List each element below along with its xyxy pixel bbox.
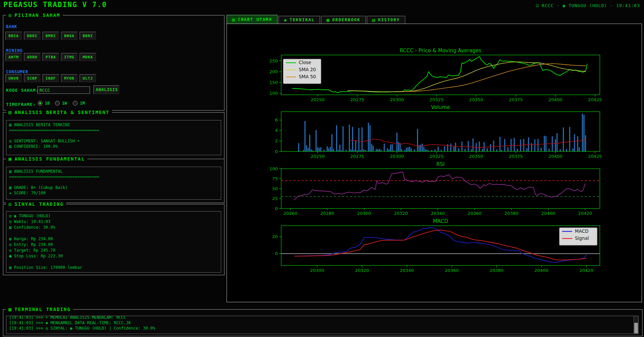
sinyal-textarea[interactable]: ◎ ◉ TUNGGU (HOLD) ◷ Waktu: 19:41:03 ▥ Co… xyxy=(6,211,221,273)
tab-chart-utama[interactable]: ▥CHART UTAMA xyxy=(227,15,277,24)
svg-text:20340: 20340 xyxy=(431,211,445,216)
chart-panel: RCCC - Price & Moving Averages1001502002… xyxy=(227,24,642,302)
timeframe-option-1m[interactable]: 1M xyxy=(73,101,85,106)
svg-text:20425: 20425 xyxy=(588,154,602,159)
panel-sinyal-trading: ◎ SINYAL TRADING ◎ ◉ TUNGGU (HOLD) ◷ Wak… xyxy=(3,204,225,275)
tab-icon: ▥ xyxy=(232,17,235,22)
tab-icon: ▣ xyxy=(326,17,329,23)
kode-saham-label: KODE SAHAM: xyxy=(6,88,39,93)
svg-text:20375: 20375 xyxy=(509,97,523,102)
book-icon: ▣ xyxy=(8,156,11,162)
panel-title-text: ANALISIS FUNDAMENTAL xyxy=(14,156,85,162)
radio-label: 1M xyxy=(80,101,85,106)
panel-analisis-fundamental: ▣ ANALISIS FUNDAMENTAL ▥ ANALISIS FUNDAM… xyxy=(3,159,225,203)
svg-text:20400: 20400 xyxy=(549,154,562,159)
svg-text:150: 150 xyxy=(269,80,278,85)
svg-text:0: 0 xyxy=(275,251,278,256)
svg-text:20425: 20425 xyxy=(588,97,602,102)
check-icon: ☑ xyxy=(536,2,539,8)
ticker-button-ptba[interactable]: PTBA xyxy=(42,53,59,61)
panel-analisis-berita: ▤ ANALISIS BERITA & SENTIMENT ▤ ANALISIS… xyxy=(3,112,225,159)
svg-text:20400: 20400 xyxy=(534,268,548,273)
svg-text:20400: 20400 xyxy=(541,211,555,216)
tab-teknikal[interactable]: ◆TEKNIKAL xyxy=(279,16,320,24)
radio-label: 1D xyxy=(45,101,50,106)
tab-icon: ▤ xyxy=(372,17,375,23)
ticker-button-itmg[interactable]: ITMG xyxy=(61,53,78,61)
ticker-button-bmri[interactable]: BMRI xyxy=(42,32,59,40)
ticker-button-bbni[interactable]: BBNI xyxy=(80,32,96,40)
svg-text:MACD: MACD xyxy=(575,228,588,234)
svg-text:20300: 20300 xyxy=(390,97,404,102)
svg-text:0: 0 xyxy=(275,206,278,211)
berita-textarea[interactable]: ▤ ANALISIS BERITA TERKINI ==============… xyxy=(6,120,221,155)
ticker-button-bnga[interactable]: BNGA xyxy=(61,32,78,40)
ticker-button-indf[interactable]: INDF xyxy=(42,74,59,82)
target-icon: ◎ xyxy=(8,201,11,207)
tab-label: HISTORY xyxy=(378,18,400,22)
svg-text:Close: Close xyxy=(299,60,311,65)
sinyal-text: ◎ ◉ TUNGGU (HOLD) ◷ Waktu: 19:41:03 ▥ Co… xyxy=(6,212,221,272)
berita-text: ▤ ANALISIS BERITA TERKINI ==============… xyxy=(6,120,221,151)
news-icon: ▤ xyxy=(8,109,11,115)
ticker-button-unvr[interactable]: UNVR xyxy=(5,74,22,82)
ticker-button-bbca[interactable]: BBCA xyxy=(5,32,22,40)
svg-text:RSI: RSI xyxy=(436,161,444,167)
sector-label-bank: BANK xyxy=(6,24,17,29)
svg-text:20350: 20350 xyxy=(469,97,483,102)
ticker-button-myor[interactable]: MYOR xyxy=(61,74,78,82)
svg-text:100: 100 xyxy=(269,166,278,171)
panel-title-text: ANALISIS BERITA & SENTIMENT xyxy=(14,110,110,115)
svg-text:20350: 20350 xyxy=(469,154,483,159)
svg-text:Signal: Signal xyxy=(575,235,589,241)
terminal-scrollbar-thumb[interactable] xyxy=(634,323,638,333)
sector-label-mining: MINING xyxy=(6,48,23,53)
tab-orderbook[interactable]: ▣ORDERBOOK xyxy=(321,16,365,24)
svg-text:20250: 20250 xyxy=(311,154,324,159)
chart-rsi: RSI0255075100202602028020300203202034020… xyxy=(227,161,641,217)
ticker-button-adro[interactable]: ADRO xyxy=(24,53,40,61)
ticker-button-bbri[interactable]: BBRI xyxy=(24,32,40,40)
svg-text:20380: 20380 xyxy=(504,211,518,216)
timeframe-option-1d[interactable]: 1D xyxy=(38,101,50,106)
chart-volume: Volume0246202502027520300203252035020375… xyxy=(227,104,641,160)
panel-analisis-berita-title: ▤ ANALISIS BERITA & SENTIMENT xyxy=(6,109,112,115)
ticker-button-ultj[interactable]: ULTJ xyxy=(80,74,96,82)
radio-label: 1W xyxy=(62,101,67,106)
ticker-row-mining: ANTMADROPTBAITMGMDKA xyxy=(5,53,96,61)
radio-icon[interactable] xyxy=(38,101,42,106)
timeframe-option-1w[interactable]: 1W xyxy=(55,101,67,106)
panel-sinyal-trading-title: ◎ SINYAL TRADING xyxy=(6,201,66,207)
app-title: PEGASUS TRADING V 7.0 xyxy=(3,1,107,9)
kode-saham-input[interactable] xyxy=(37,86,90,94)
svg-text:20300: 20300 xyxy=(310,268,324,273)
timeframe-label: TIMEFRAME: xyxy=(6,102,36,107)
svg-text:20380: 20380 xyxy=(490,268,503,273)
svg-text:20400: 20400 xyxy=(549,97,562,102)
radio-icon[interactable] xyxy=(73,101,78,106)
ticker-button-mdka[interactable]: MDKA xyxy=(80,53,96,61)
svg-text:25: 25 xyxy=(272,196,278,201)
tab-history[interactable]: ▤HISTORY xyxy=(367,16,405,24)
panel-analisis-fundamental-title: ▣ ANALISIS FUNDAMENTAL xyxy=(6,156,87,162)
svg-text:SMA 20: SMA 20 xyxy=(299,67,316,72)
target-icon: ◎ xyxy=(8,12,11,18)
panel-pilihan-saham: ◎ PILIHAN SAHAM BANKBBCABBRIBMRIBNGABBNI… xyxy=(3,15,225,111)
panel-pilihan-saham-title: ◎ PILIHAN SAHAM xyxy=(6,12,63,18)
svg-text:20275: 20275 xyxy=(350,97,364,102)
analisis-button[interactable]: ANALISIS xyxy=(93,85,119,94)
terminal-scrollbar[interactable] xyxy=(634,316,638,334)
fundamental-textarea[interactable]: ▥ ANALISIS FUNDAMENTAL =================… xyxy=(6,167,221,200)
panel-title-text: PILIHAN SAHAM xyxy=(14,12,60,18)
ticker-button-antm[interactable]: ANTM xyxy=(5,53,22,61)
terminal-log[interactable]: [19:41:03] >>> ➤ MEMULAI ANALISIS MENDAL… xyxy=(6,316,639,334)
svg-text:20420: 20420 xyxy=(578,211,592,216)
svg-text:100: 100 xyxy=(269,91,278,96)
svg-text:20340: 20340 xyxy=(400,268,414,273)
tab-bar: ▥CHART UTAMA◆TEKNIKAL▣ORDERBOOK▤HISTORY xyxy=(227,15,405,24)
ticker-button-icbp[interactable]: ICBP xyxy=(24,74,40,82)
svg-text:75: 75 xyxy=(272,176,278,181)
chart-rccc-price-moving-averages: RCCC - Price & Moving Averages1001502002… xyxy=(227,47,641,103)
tab-label: CHART UTAMA xyxy=(238,17,272,22)
radio-icon[interactable] xyxy=(55,101,60,106)
